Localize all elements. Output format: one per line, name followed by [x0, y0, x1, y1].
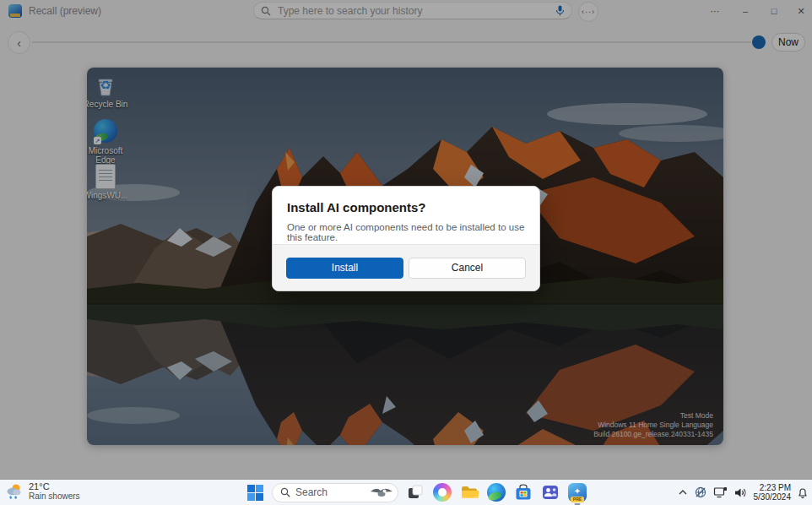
preview-badge: PRE	[571, 497, 584, 502]
rain-showers-icon	[5, 482, 24, 501]
microsoft-teams-button[interactable]	[540, 482, 560, 502]
tray-date: 5/30/2024	[754, 492, 792, 502]
task-view-icon	[407, 484, 424, 501]
microsoft-teams-icon	[541, 483, 560, 502]
copilot-button[interactable]	[432, 482, 452, 502]
start-button[interactable]	[245, 482, 265, 502]
taskbar: 21°C Rain showers Search	[0, 479, 812, 505]
weather-condition: Rain showers	[29, 491, 80, 501]
no-internet-globe-icon[interactable]	[694, 486, 707, 499]
sparkle-icon: ✦	[574, 486, 581, 496]
tray-show-hidden-icons-chevron[interactable]	[678, 488, 688, 497]
file-explorer-icon	[460, 483, 479, 502]
volume-icon[interactable]	[734, 486, 748, 499]
taskbar-search-label: Search	[295, 486, 364, 498]
tray-time: 2:23 PM	[754, 483, 792, 492]
recall-icon: ✦ PRE	[568, 483, 587, 502]
install-button[interactable]: Install	[286, 258, 403, 279]
notifications-bell-icon[interactable]	[797, 486, 809, 499]
taskbar-search-box[interactable]: Search	[272, 483, 398, 502]
tray-clock[interactable]: 2:23 PM 5/30/2024	[754, 483, 792, 502]
install-ai-components-dialog: Install AI components? One or more AI co…	[272, 186, 540, 291]
ethernet-monitor-icon[interactable]	[713, 486, 728, 499]
dialog-footer: Install Cancel	[273, 244, 539, 291]
microsoft-store-icon	[514, 483, 533, 502]
recall-button-active[interactable]: ✦ PRE	[567, 482, 587, 502]
task-view-button[interactable]	[405, 482, 425, 502]
microsoft-store-button[interactable]	[513, 482, 533, 502]
search-icon	[280, 487, 290, 497]
edge-icon	[487, 483, 506, 502]
cancel-button[interactable]: Cancel	[409, 258, 526, 279]
weather-widget[interactable]: 21°C Rain showers	[5, 481, 80, 501]
windows-logo-icon	[246, 484, 264, 502]
edge-button[interactable]	[486, 482, 506, 502]
dialog-body-text: One or more AI components need to be ins…	[287, 222, 525, 242]
file-explorer-button[interactable]	[459, 482, 479, 502]
weather-temp: 21°C	[29, 481, 80, 491]
search-highlight-bird-image	[369, 485, 394, 500]
copilot-icon	[433, 483, 452, 502]
dialog-title: Install AI components?	[287, 200, 525, 214]
